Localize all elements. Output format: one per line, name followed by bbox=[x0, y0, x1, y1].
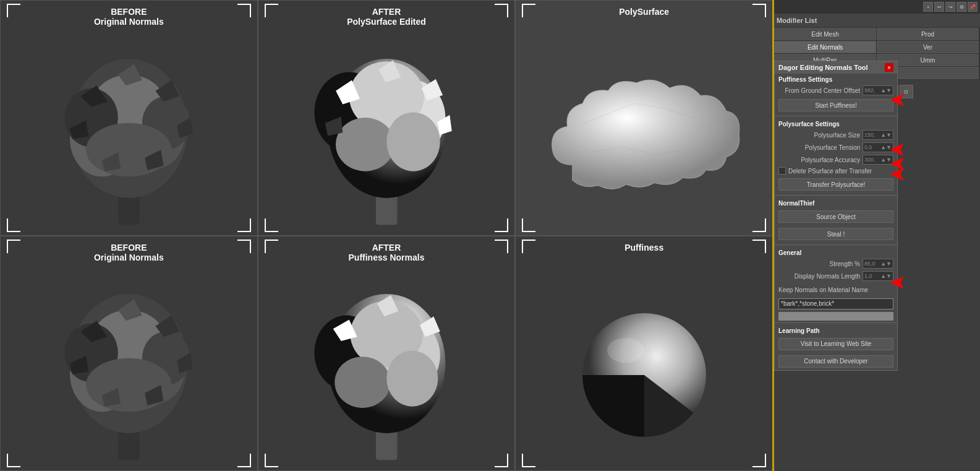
source-object-btn[interactable]: Source Object bbox=[778, 210, 893, 223]
keep-normals-label-row: Keep Normals on Material Name bbox=[775, 282, 897, 296]
dagor-close-button[interactable]: × bbox=[885, 63, 893, 72]
learning-path-title: Learning Path bbox=[775, 325, 897, 335]
start-puffiness-btn[interactable]: Start Puffiness! bbox=[778, 99, 893, 111]
contact-developer-row: Contact with Developer bbox=[775, 353, 897, 370]
puffiness-container bbox=[516, 293, 772, 457]
from-ground-spinbox[interactable]: 982, ▲▼ bbox=[863, 85, 893, 95]
svg-point-21 bbox=[386, 112, 440, 171]
prod-btn[interactable]: Prod bbox=[877, 28, 979, 40]
color-preview-bar bbox=[778, 312, 893, 321]
delete-psurface-label: Delete PSurface after Transfer bbox=[788, 168, 872, 175]
display-normals-length-label: Display Normals Length bbox=[778, 273, 860, 280]
viewport-after-polysurface: AFTER PolySurface Edited bbox=[258, 0, 516, 236]
transfer-polysurface-btn[interactable]: Transfer Polysurface! bbox=[778, 178, 893, 191]
label-polysurface: PolySurface bbox=[619, 7, 669, 17]
polysurface-size-row: Polysurface Size 150, ▲▼ bbox=[775, 129, 897, 141]
general-title: General bbox=[775, 247, 897, 257]
puffiness-settings-title: Puffiness Settings bbox=[775, 74, 897, 84]
visit-learning-row: Visit to Learning Web Site bbox=[775, 335, 897, 353]
redo-icon[interactable]: ↪ bbox=[945, 2, 955, 12]
svg-point-64 bbox=[607, 338, 644, 363]
polysurface-tension-spinbox[interactable]: 0,5 ▲▼ bbox=[863, 142, 893, 152]
from-ground-label: From Ground Center Offset bbox=[778, 87, 860, 94]
polysurface-size-spinbox[interactable]: 150, ▲▼ bbox=[863, 130, 893, 140]
edit-mesh-btn[interactable]: Edit Mesh bbox=[774, 28, 876, 40]
polysurface-tension-row: Polysurface Tension 0,5 ▲▼ bbox=[775, 141, 897, 153]
viewport-after-puffiness: AFTER Puffiness Normals bbox=[258, 236, 516, 472]
viewport-puffiness: Puffiness bbox=[515, 236, 773, 472]
main-viewport: BEFORE Original Normals bbox=[0, 0, 773, 471]
viewport-polysurface: PolySurface bbox=[515, 0, 773, 236]
dagor-panel-header: Dagor Editing Normals Tool × bbox=[775, 61, 897, 74]
transfer-polysurface-row: Transfer Polysurface! bbox=[775, 176, 897, 193]
settings-icon[interactable]: ⚙ bbox=[957, 2, 966, 12]
dagor-panel-title: Dagor Editing Normals Tool bbox=[778, 64, 868, 71]
viewport-before-original-bottom: BEFORE Original Normals bbox=[0, 236, 258, 472]
svg-point-44 bbox=[86, 358, 171, 412]
svg-point-58 bbox=[386, 351, 438, 407]
divider-2 bbox=[775, 195, 897, 196]
delete-psurface-checkbox[interactable] bbox=[778, 167, 786, 175]
mod-icon-5[interactable]: ⊡ bbox=[900, 85, 913, 98]
label-before-original-top: BEFORE Original Normals bbox=[94, 7, 164, 27]
bracket-bottom-right-top bbox=[522, 220, 766, 232]
divider-1 bbox=[775, 116, 897, 116]
tree-before-original-top bbox=[20, 43, 237, 230]
keep-normals-input-row bbox=[775, 296, 897, 311]
tree-before-original-bottom bbox=[20, 278, 237, 465]
keep-normals-on-material-label: Keep Normals on Material Name bbox=[778, 287, 868, 293]
divider-3 bbox=[775, 244, 897, 245]
display-normals-length-spinbox[interactable]: 1,0 ▲▼ bbox=[863, 271, 893, 281]
source-object-row: Source Object bbox=[775, 208, 897, 225]
strength-pct-label: Strength % bbox=[778, 261, 860, 267]
steal-row: Steal ! bbox=[775, 225, 897, 243]
pin-icon[interactable]: 📌 bbox=[968, 2, 978, 12]
label-puffiness: Puffiness bbox=[624, 243, 663, 253]
strength-pct-spinbox[interactable]: 85,0 ▲▼ bbox=[863, 259, 893, 269]
steal-btn[interactable]: Steal ! bbox=[778, 228, 893, 240]
strength-pct-row: Strength % 85,0 ▲▼ bbox=[775, 257, 897, 270]
dagor-panel: Dagor Editing Normals Tool × Puffiness S… bbox=[774, 61, 898, 371]
contact-developer-btn[interactable]: Contact with Developer bbox=[778, 355, 893, 368]
display-normals-length-row: Display Normals Length 1,0 ▲▼ bbox=[775, 270, 897, 282]
edit-normals-btn[interactable]: Edit Normals bbox=[774, 41, 876, 53]
label-after-puffiness: AFTER Puffiness Normals bbox=[349, 243, 425, 262]
polysurface-accuracy-label: Polysurface Accuracy bbox=[778, 157, 860, 163]
label-after-polysurface: AFTER PolySurface Edited bbox=[347, 7, 426, 27]
polysurface-tension-label: Polysurface Tension bbox=[778, 144, 860, 151]
svg-point-57 bbox=[334, 357, 390, 408]
modifier-list-label: Modifier List bbox=[777, 17, 817, 24]
puffiness-sphere bbox=[576, 307, 712, 443]
from-ground-center-row: From Ground Center Offset 982, ▲▼ bbox=[775, 84, 897, 97]
viewport-before-original-top: BEFORE Original Normals bbox=[0, 0, 258, 236]
keep-normals-input[interactable] bbox=[778, 298, 893, 309]
svg-point-20 bbox=[336, 118, 394, 171]
modifier-list-row: Modifier List bbox=[773, 14, 980, 27]
polysurface-accuracy-spinbox[interactable]: 300, ▲▼ bbox=[863, 155, 893, 165]
undo-icon[interactable]: ↩ bbox=[934, 2, 944, 12]
normal-thief-title: NormalThief bbox=[775, 197, 897, 208]
tree-after-puffiness bbox=[278, 278, 495, 465]
label-before-original-bottom: BEFORE Original Normals bbox=[94, 243, 164, 262]
visit-learning-btn[interactable]: Visit to Learning Web Site bbox=[778, 338, 893, 350]
plus-icon[interactable]: + bbox=[923, 2, 933, 12]
polysurface-accuracy-row: Polysurface Accuracy 300, ▲▼ bbox=[775, 153, 897, 166]
delete-psurface-row: Delete PSurface after Transfer bbox=[775, 166, 897, 176]
ver-btn[interactable]: Ver bbox=[877, 41, 979, 53]
polysurface-size-label: Polysurface Size bbox=[778, 132, 860, 139]
top-icon-row: + ↩ ↪ ⚙ 📌 bbox=[773, 0, 980, 14]
tree-after-polysurface bbox=[278, 43, 495, 230]
polysurface-settings-title: Polysurface Settings bbox=[775, 118, 897, 129]
divider-4 bbox=[775, 322, 897, 323]
polysurface-shape bbox=[542, 63, 747, 215]
svg-point-7 bbox=[86, 123, 171, 177]
start-puffiness-row: Start Puffiness! bbox=[775, 97, 897, 114]
